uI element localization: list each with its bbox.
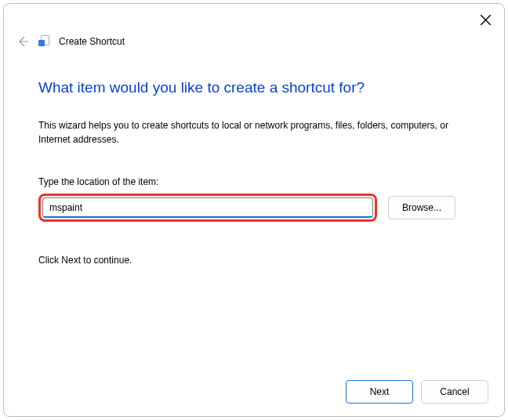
next-button[interactable]: Next [346, 380, 413, 404]
browse-button[interactable]: Browse... [388, 196, 455, 219]
shortcut-icon [38, 35, 51, 48]
footer-buttons: Next Cancel [346, 380, 488, 404]
wizard-heading: What item would you like to create a sho… [38, 79, 470, 96]
back-arrow-icon [16, 35, 29, 48]
content-area: What item would you like to create a sho… [38, 79, 470, 266]
location-input-highlight [38, 194, 377, 222]
header-row: Create Shortcut [15, 34, 125, 49]
dialog-window: Create Shortcut What item would you like… [3, 3, 505, 417]
close-button[interactable] [474, 9, 496, 31]
continue-text: Click Next to continue. [38, 255, 470, 266]
close-icon [481, 15, 491, 25]
cancel-button[interactable]: Cancel [421, 380, 488, 404]
location-label: Type the location of the item: [38, 176, 470, 187]
input-row: Browse... [38, 194, 470, 222]
wizard-description: This wizard helps you to create shortcut… [38, 118, 470, 147]
location-input[interactable] [42, 197, 373, 218]
titlebar [4, 4, 504, 35]
back-button[interactable] [15, 34, 31, 49]
header-title: Create Shortcut [59, 36, 125, 47]
